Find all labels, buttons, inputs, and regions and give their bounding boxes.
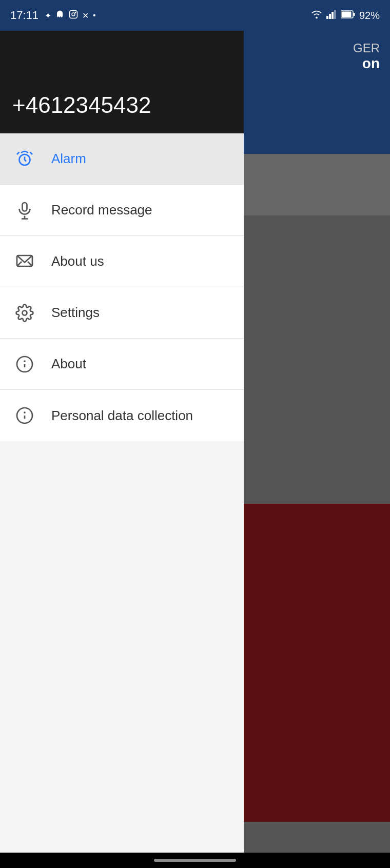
status-bar: 17:11 ✦ ✕ • (0, 0, 390, 31)
menu-item-alarm[interactable]: Alarm (0, 133, 244, 185)
battery-percent: 92% (359, 10, 380, 22)
svg-rect-8 (341, 12, 351, 17)
dot-icon: • (93, 11, 96, 20)
svg-rect-0 (70, 11, 77, 18)
status-bar-left: 17:11 ✦ ✕ • (10, 9, 96, 22)
phone-number: +4612345432 (12, 92, 151, 118)
menu-item-about-us[interactable]: About us (0, 236, 244, 287)
record-message-label: Record message (51, 202, 152, 218)
battery-icon (341, 10, 355, 21)
personal-data-icon (12, 403, 37, 428)
mic-icon (12, 198, 37, 223)
navigation-drawer: +4612345432 Alarm (0, 31, 244, 853)
about-icon (12, 352, 37, 377)
about-label: About (51, 356, 86, 372)
svg-rect-9 (353, 13, 355, 16)
drawer-header: +4612345432 (0, 31, 244, 133)
status-bar-right: 92% (311, 10, 380, 22)
personal-data-label: Personal data collection (51, 408, 193, 424)
status-icons: ✦ ✕ • (45, 10, 96, 21)
menu-item-personal-data[interactable]: Personal data collection (0, 390, 244, 441)
slack-icon: ✦ (45, 11, 51, 21)
instagram-icon (69, 10, 78, 21)
status-time: 17:11 (10, 9, 38, 22)
alarm-icon (12, 147, 37, 171)
about-us-icon (12, 249, 37, 274)
menu-item-record-message[interactable]: Record message (0, 185, 244, 236)
svg-point-2 (75, 12, 76, 13)
svg-rect-6 (334, 10, 336, 19)
signal-icon (326, 10, 337, 21)
svg-rect-4 (329, 14, 331, 19)
x-icon: ✕ (82, 11, 89, 21)
settings-label: Settings (51, 305, 100, 321)
svg-rect-3 (326, 16, 328, 19)
svg-point-1 (72, 13, 75, 16)
svg-point-17 (23, 310, 27, 315)
about-us-label: About us (51, 253, 104, 269)
svg-rect-11 (23, 203, 27, 211)
ghost-icon (55, 10, 65, 21)
menu-item-about[interactable]: About (0, 339, 244, 390)
drawer-spacer (0, 441, 244, 853)
navigation-bar (0, 853, 390, 868)
wifi-icon (311, 10, 322, 21)
alarm-label: Alarm (51, 151, 86, 167)
home-indicator[interactable] (154, 859, 236, 862)
svg-rect-5 (332, 12, 334, 19)
menu-item-settings[interactable]: Settings (0, 287, 244, 339)
drawer-overlay: +4612345432 Alarm (0, 31, 390, 853)
settings-icon (12, 301, 37, 325)
